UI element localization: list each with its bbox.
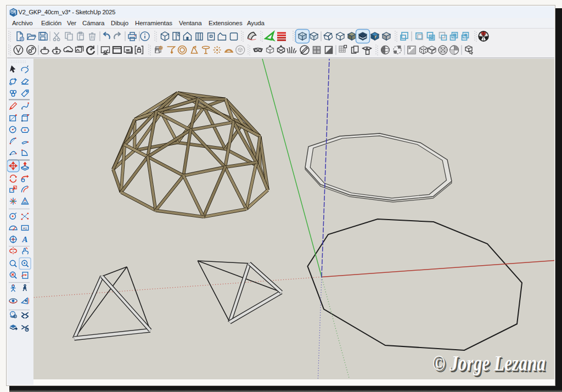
svg-text:A1: A1 — [23, 226, 27, 230]
svg-text:© Jorge Lezana: © Jorge Lezana — [432, 351, 546, 376]
svg-text:A: A — [22, 235, 28, 244]
